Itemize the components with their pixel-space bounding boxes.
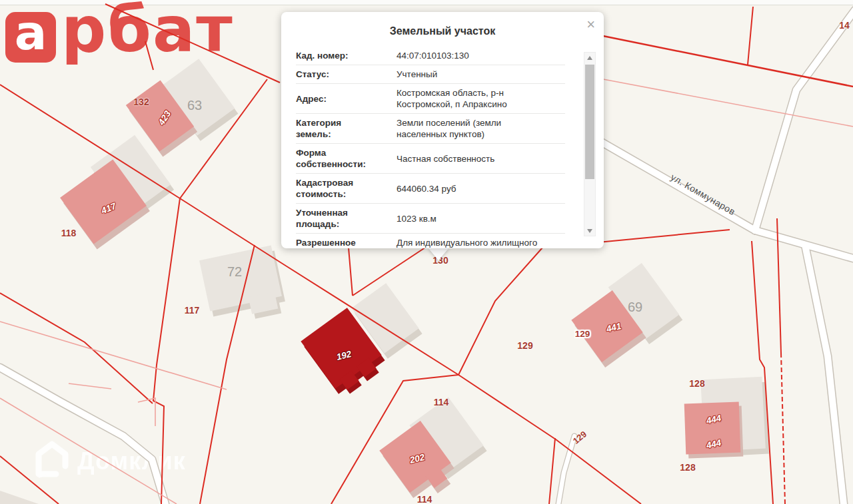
row-label: Форма собственности: (296, 147, 368, 170)
building-444[interactable] (684, 402, 744, 459)
popup-pointer (428, 248, 449, 260)
row-value: 1023 кв.м (397, 213, 542, 224)
detail-row-kategoriya: Категория земель: Земли поселений (земли… (296, 114, 565, 144)
row-label: Уточненная площадь: (296, 207, 368, 230)
row-label: Кад. номер: (296, 50, 368, 61)
detail-row-ploshchad: Уточненная площадь: 1023 кв.м (296, 204, 565, 234)
row-value: Земли поселений (земли населенных пункто… (397, 117, 542, 140)
row-label: Кадастровая стоимость: (296, 177, 368, 200)
row-value: Частная собственность (397, 153, 542, 164)
row-value: 44:07:010103:130 (397, 50, 542, 61)
detail-row-status: Статус: Учтенный (296, 65, 565, 84)
popup-scrollbar[interactable] (584, 52, 596, 236)
detail-row-stoimost: Кадастровая стоимость: 644060.34 руб (296, 174, 565, 204)
detail-row-adres: Адрес: Костромская область, р-н Костромс… (296, 84, 565, 114)
scrollbar-thumb[interactable] (585, 65, 594, 179)
row-label: Статус: (296, 69, 368, 80)
row-value: Для индивидуального жилищного (397, 237, 542, 248)
scroll-up-icon (587, 56, 592, 60)
road-kommunarov (584, 132, 755, 230)
close-icon[interactable]: × (586, 17, 595, 32)
scroll-down-icon (587, 229, 592, 233)
map-viewer-screen: а рбат Домклик (0, 0, 853, 504)
road-14 (755, 10, 853, 230)
row-value: Учтенный (397, 69, 542, 80)
detail-row-forma: Форма собственности: Частная собственнос… (296, 144, 565, 174)
detail-row-razreshennoe: Разрешенное Для индивидуального жилищног… (296, 234, 565, 248)
detail-row-kad-nomer: Кад. номер: 44:07:010103:130 (296, 47, 565, 65)
scroll-up-button[interactable] (584, 53, 595, 63)
scroll-down-button[interactable] (584, 226, 595, 236)
road-sliver (0, 491, 39, 504)
road-path-129 (558, 436, 574, 504)
row-value: Костромская область, р-н Костромской, п … (397, 87, 542, 110)
popup-rows: Кад. номер: 44:07:010103:130 Статус: Учт… (296, 47, 565, 248)
row-label: Адрес: (296, 93, 368, 105)
popup-title: Земельный участок (281, 25, 604, 37)
road-south-west (0, 368, 165, 504)
row-label: Разрешенное (296, 237, 368, 248)
row-value: 644060.34 руб (397, 183, 542, 194)
parcel-info-popup: × Земельный участок Кад. номер: 44:07:01… (281, 12, 604, 248)
road-south-east (805, 245, 844, 504)
row-label: Категория земель: (296, 117, 368, 140)
building-72[interactable] (199, 245, 285, 318)
